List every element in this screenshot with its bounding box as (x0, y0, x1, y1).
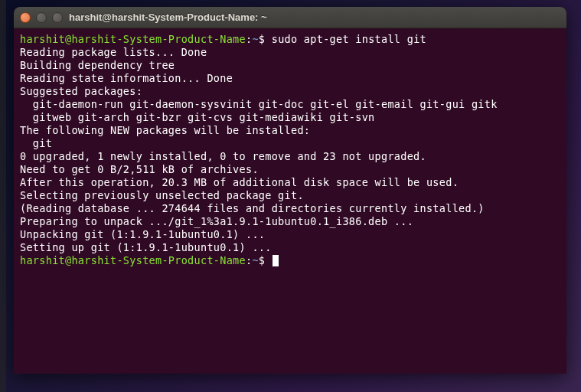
output-line: After this operation, 20.3 MB of additio… (20, 176, 560, 189)
output-line: Setting up git (1:1.9.1-1ubuntu0.1) ... (20, 241, 560, 254)
output-line: gitweb git-arch git-bzr git-cvs git-medi… (20, 111, 560, 124)
output-line: Unpacking git (1:1.9.1-1ubuntu0.1) ... (20, 228, 560, 241)
prompt-symbol: $ (259, 33, 265, 45)
prompt-line-2: harshit@harshit-System-Product-Name:~$ (20, 254, 560, 267)
prompt-user-host: harshit@harshit-System-Product-Name (20, 254, 246, 266)
prompt-line-1: harshit@harshit-System-Product-Name:~$ s… (20, 33, 560, 46)
cursor-icon (273, 255, 279, 266)
minimize-button[interactable] (36, 12, 47, 23)
output-line: git-daemon-run git-daemon-sysvinit git-d… (20, 98, 560, 111)
output-line: (Reading database ... 274644 files and d… (20, 202, 560, 215)
output-line: Reading package lists... Done (20, 46, 560, 59)
window-title: harshit@harshit-System-Product-Name: ~ (69, 11, 267, 23)
terminal-content[interactable]: harshit@harshit-System-Product-Name:~$ s… (14, 28, 566, 272)
output-line: 0 upgraded, 1 newly installed, 0 to remo… (20, 150, 560, 163)
maximize-button[interactable] (52, 12, 63, 23)
prompt-path: ~ (252, 254, 258, 266)
unity-launcher-edge (0, 0, 6, 392)
output-line: Building dependency tree (20, 59, 560, 72)
output-line: git (20, 137, 560, 150)
output-line: Reading state information... Done (20, 72, 560, 85)
terminal-window: harshit@harshit-System-Product-Name: ~ h… (14, 7, 566, 374)
prompt-user-host: harshit@harshit-System-Product-Name (20, 33, 246, 45)
output-line: Preparing to unpack .../git_1%3a1.9.1-1u… (20, 215, 560, 228)
entered-command: sudo apt-get install git (272, 33, 426, 45)
output-line: Suggested packages: (20, 85, 560, 98)
prompt-path: ~ (252, 33, 258, 45)
window-titlebar[interactable]: harshit@harshit-System-Product-Name: ~ (14, 7, 566, 28)
close-button[interactable] (20, 12, 31, 23)
window-controls (20, 12, 63, 23)
output-line: Need to get 0 B/2,511 kB of archives. (20, 163, 560, 176)
prompt-symbol: $ (259, 254, 265, 266)
output-line: Selecting previously unselected package … (20, 189, 560, 202)
output-line: The following NEW packages will be insta… (20, 124, 560, 137)
